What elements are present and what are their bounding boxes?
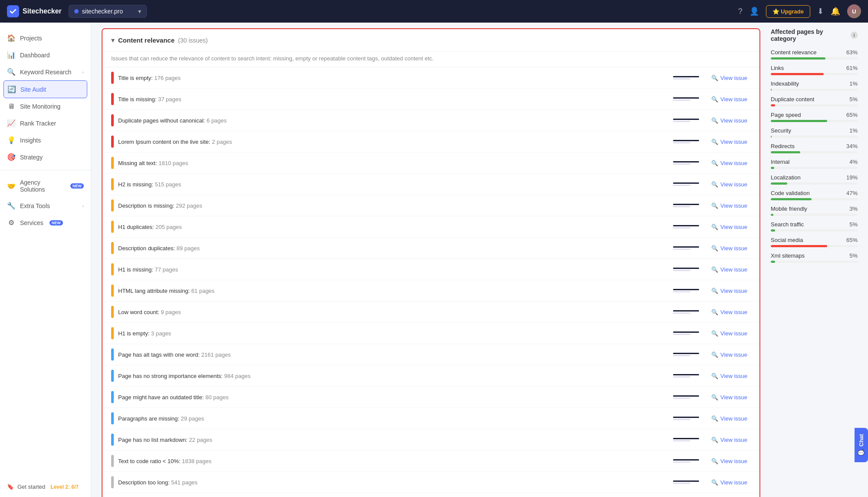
- chat-label: Chat: [858, 434, 865, 447]
- sidebar-item-label: Rank Tracker: [20, 120, 56, 127]
- view-issue-button[interactable]: 🔍 View issue: [708, 73, 751, 83]
- affected-title: Affected pages by category i: [771, 28, 858, 42]
- sidebar-item-projects[interactable]: 🏠 Projects: [0, 30, 91, 46]
- sidebar-item-keyword-research[interactable]: 🔍 Keyword Research ›: [0, 63, 91, 80]
- view-issue-button[interactable]: 🔍 View issue: [708, 477, 751, 487]
- search-icon: 🔍: [711, 224, 718, 230]
- view-issue-button[interactable]: 🔍 View issue: [708, 392, 751, 402]
- view-issue-button[interactable]: 🔍 View issue: [708, 265, 751, 275]
- severity-indicator: [111, 391, 114, 403]
- view-issue-button[interactable]: 🔍 View issue: [708, 243, 751, 253]
- issue-row: Duplicate pages without canonical: 6 pag…: [102, 110, 759, 131]
- issue-bar: [669, 246, 703, 250]
- issue-row: Page has alt tags with one word: 2161 pa…: [102, 344, 759, 365]
- issue-bar: [669, 161, 703, 165]
- avatar[interactable]: U: [847, 4, 861, 18]
- download-button[interactable]: ⬇: [817, 7, 824, 16]
- issue-row: H1 is empty: 3 pages🔍 View issue: [102, 323, 759, 344]
- sidebar-item-label: Dashboard: [20, 52, 50, 59]
- view-issue-button[interactable]: 🔍 View issue: [708, 456, 751, 466]
- issue-row: Title is missing: 37 pages🔍 View issue: [102, 89, 759, 110]
- view-issue-button[interactable]: 🔍 View issue: [708, 350, 751, 360]
- category-row: Xml sitemaps5%: [771, 252, 858, 263]
- severity-indicator: [111, 93, 114, 105]
- search-icon: 🔍: [711, 245, 718, 252]
- category-name: Content relevance63%: [771, 49, 858, 56]
- view-issue-button[interactable]: 🔍 View issue: [708, 414, 751, 424]
- issue-bar: [669, 310, 703, 314]
- mini-bar: [673, 331, 699, 335]
- logo[interactable]: Sitechecker: [7, 5, 62, 17]
- progress-bar: [771, 89, 858, 91]
- sidebar-item-site-monitoring[interactable]: 🖥 Site Monitoring: [0, 98, 91, 115]
- services-icon: ⚙: [7, 219, 16, 227]
- view-issue-button[interactable]: 🔍 View issue: [708, 371, 751, 381]
- sidebar-item-strategy[interactable]: 🎯 Strategy: [0, 149, 91, 166]
- collapse-button[interactable]: ▾: [111, 36, 115, 44]
- logo-text: Sitechecker: [23, 7, 62, 15]
- progress-fill: [771, 57, 825, 60]
- category-percentage: 5%: [849, 221, 858, 228]
- progress-bar: [771, 245, 858, 247]
- progress-bar: [771, 57, 858, 60]
- category-label: Content relevance: [771, 49, 817, 56]
- chat-button[interactable]: 💬 Chat: [855, 428, 868, 462]
- users-button[interactable]: 👤: [749, 7, 759, 16]
- issue-text: HTML lang attribute missing: 61 pages: [118, 288, 664, 294]
- sidebar-item-extra-tools[interactable]: 🔧 Extra Tools ›: [0, 197, 91, 214]
- category-row: Internal4%: [771, 159, 858, 169]
- view-issue-button[interactable]: 🔍 View issue: [708, 328, 751, 338]
- sidebar-item-label: Services: [20, 219, 43, 226]
- search-icon: 🔍: [711, 394, 718, 401]
- site-audit-icon: 🔄: [7, 85, 16, 93]
- mini-bar: [673, 225, 699, 229]
- issue-text: Missing alt text: 1810 pages: [118, 160, 664, 166]
- view-issue-button[interactable]: 🔍 View issue: [708, 179, 751, 189]
- view-issue-button[interactable]: 🔍 View issue: [708, 137, 751, 147]
- search-icon: 🔍: [711, 479, 718, 486]
- view-issue-button[interactable]: 🔍 View issue: [708, 435, 751, 445]
- monitoring-icon: 🖥: [7, 103, 16, 110]
- sidebar-item-agency-solutions[interactable]: 🤝 Agency Solutions NEW: [0, 175, 91, 197]
- progress-fill: [771, 89, 772, 91]
- issue-bar: [669, 119, 703, 122]
- view-issue-button[interactable]: 🔍 View issue: [708, 286, 751, 296]
- issue-row: Description is missing: 292 pages🔍 View …: [102, 195, 759, 216]
- category-row: Indexability1%: [771, 80, 858, 91]
- sidebar-item-label: Agency Solutions: [20, 179, 64, 193]
- help-button[interactable]: ?: [738, 7, 743, 16]
- issue-text: Duplicate pages without canonical: 6 pag…: [118, 117, 664, 124]
- main-content: All issues Criticals Warnings Opportunit…: [91, 0, 868, 497]
- category-name: Security1%: [771, 127, 858, 134]
- sidebar-item-insights[interactable]: 💡 Insights: [0, 132, 91, 149]
- sidebar-item-dashboard[interactable]: 📊 Dashboard: [0, 46, 91, 63]
- view-issue-button[interactable]: 🔍 View issue: [708, 222, 751, 232]
- category-name: Social media65%: [771, 237, 858, 243]
- get-started[interactable]: 🔖 Get started Level 2: 6/7: [7, 484, 84, 490]
- mini-bar: [673, 246, 699, 250]
- site-selector[interactable]: sitechecker.pro ▾: [69, 5, 147, 18]
- issue-text: H1 duplicates: 205 pages: [118, 224, 664, 230]
- view-issue-button[interactable]: 🔍 View issue: [708, 94, 751, 104]
- view-issue-button[interactable]: 🔍 View issue: [708, 116, 751, 126]
- issue-text: Title is empty: 176 pages: [118, 75, 664, 81]
- severity-indicator: [111, 306, 114, 318]
- info-icon[interactable]: i: [851, 32, 858, 39]
- notifications-button[interactable]: 🔔: [831, 7, 840, 16]
- view-issue-button[interactable]: 🔍 View issue: [708, 201, 751, 211]
- severity-indicator: [111, 72, 114, 84]
- sidebar-item-site-audit[interactable]: 🔄 Site Audit: [3, 80, 87, 98]
- chat-icon: 💬: [858, 449, 865, 456]
- category-name: Internal4%: [771, 159, 858, 165]
- search-icon: 🔍: [711, 330, 718, 337]
- issue-bar: [669, 268, 703, 271]
- dashboard-icon: 📊: [7, 51, 16, 59]
- view-issue-button[interactable]: 🔍 View issue: [708, 307, 751, 317]
- upgrade-button[interactable]: ⭐ Upgrade: [766, 5, 810, 18]
- sidebar-item-rank-tracker[interactable]: 📈 Rank Tracker: [0, 115, 91, 132]
- view-issue-button[interactable]: 🔍 View issue: [708, 158, 751, 168]
- new-badge: NEW: [50, 220, 63, 225]
- category-label: Search traffic: [771, 221, 804, 228]
- sidebar-item-services[interactable]: ⚙ Services NEW: [0, 214, 91, 231]
- category-label: Security: [771, 127, 791, 134]
